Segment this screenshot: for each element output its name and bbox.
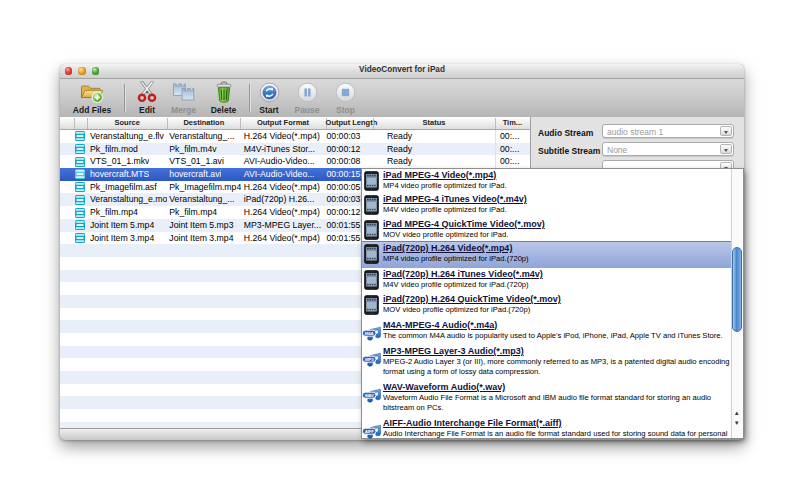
svg-text:MP3: MP3 <box>365 357 374 362</box>
svg-text:AIFF: AIFF <box>365 429 374 434</box>
svg-text:WAV: WAV <box>365 393 374 398</box>
svg-text:M4A: M4A <box>365 330 375 335</box>
